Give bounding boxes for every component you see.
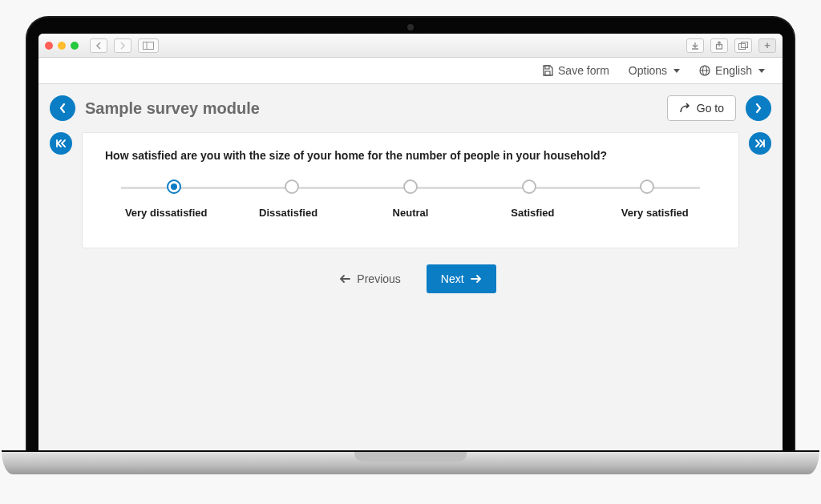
page-title: Sample survey module <box>85 99 657 118</box>
radio-option-1[interactable] <box>167 179 181 194</box>
scale-labels: Very dissatisfied Dissatisfied Neutral S… <box>105 207 716 219</box>
chevron-down-icon <box>673 69 680 73</box>
browser-back-button[interactable] <box>90 38 107 53</box>
svg-rect-7 <box>545 71 550 75</box>
minimize-window-dot[interactable] <box>58 42 66 50</box>
save-form-button[interactable]: Save form <box>542 64 609 77</box>
download-button[interactable] <box>686 38 704 53</box>
language-label: English <box>715 64 752 77</box>
sidebar-toggle-button[interactable] <box>138 38 159 53</box>
radio-option-5[interactable] <box>640 179 654 194</box>
window-chrome: + <box>38 34 783 58</box>
previous-button[interactable]: Previous <box>325 264 415 293</box>
save-icon <box>542 65 553 76</box>
webcam-dot <box>407 24 414 30</box>
share-button[interactable] <box>710 38 728 53</box>
goto-arrow-icon <box>679 103 690 113</box>
option-label-1: Very dissatisfied <box>105 207 227 219</box>
chevron-down-icon <box>758 69 765 73</box>
language-dropdown[interactable]: English <box>699 64 765 77</box>
browser-forward-button[interactable] <box>114 38 131 53</box>
app-header: Save form Options English <box>38 58 783 84</box>
last-page-button[interactable] <box>749 132 771 155</box>
likert-scale <box>115 179 706 194</box>
laptop-notch <box>354 452 467 462</box>
option-label-3: Neutral <box>350 207 471 219</box>
arrow-right-icon <box>471 274 482 284</box>
traffic-lights <box>45 42 79 50</box>
question-card: How satisfied are you with the size of y… <box>82 132 739 248</box>
options-label: Options <box>629 64 667 77</box>
next-label: Next <box>441 272 464 285</box>
goto-label: Go to <box>697 102 724 115</box>
arrow-left-icon <box>339 274 350 284</box>
option-label-2: Dissatisfied <box>227 207 349 219</box>
next-page-button[interactable] <box>746 95 771 121</box>
previous-label: Previous <box>357 272 400 285</box>
radio-option-2[interactable] <box>285 179 299 194</box>
save-form-label: Save form <box>558 64 609 77</box>
next-button[interactable]: Next <box>427 264 496 293</box>
prev-page-button[interactable] <box>50 95 75 121</box>
goto-button[interactable]: Go to <box>667 95 736 121</box>
laptop-base <box>2 450 819 474</box>
options-dropdown[interactable]: Options <box>629 64 680 77</box>
first-page-button[interactable] <box>50 132 72 155</box>
zoom-window-dot[interactable] <box>71 42 79 50</box>
svg-rect-0 <box>144 42 154 49</box>
option-label-5: Very satisfied <box>594 207 716 219</box>
radio-option-4[interactable] <box>522 179 536 194</box>
radio-option-3[interactable] <box>403 179 418 194</box>
question-text: How satisfied are you with the size of y… <box>105 149 716 162</box>
svg-rect-5 <box>742 42 748 47</box>
tabs-button[interactable] <box>734 38 752 53</box>
option-label-4: Satisfied <box>471 207 593 219</box>
new-tab-button[interactable]: + <box>758 38 776 53</box>
close-window-dot[interactable] <box>45 42 53 50</box>
svg-rect-4 <box>739 43 746 49</box>
globe-icon <box>699 65 710 76</box>
